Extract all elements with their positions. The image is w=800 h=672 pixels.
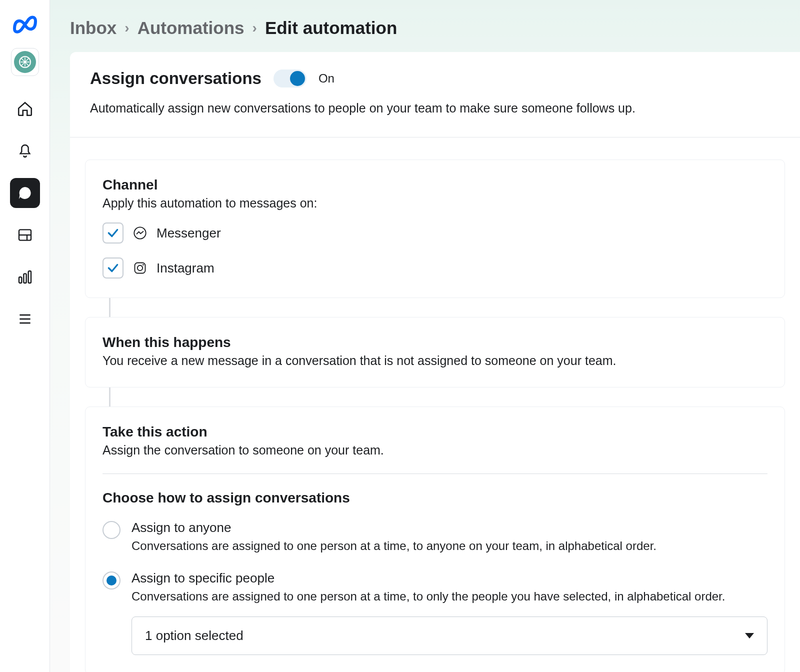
caret-down-icon <box>745 633 754 638</box>
nav-menu[interactable] <box>10 304 40 334</box>
check-icon <box>106 226 120 240</box>
option-title: Assign to specific people <box>132 570 768 586</box>
chevron-right-icon: › <box>124 20 129 36</box>
hamburger-icon <box>17 311 33 327</box>
automation-panel: Assign conversations On Automatically as… <box>70 52 800 672</box>
sidebar <box>0 0 50 672</box>
panel-header: Assign conversations On Automatically as… <box>70 52 800 138</box>
nav-notifications[interactable] <box>10 136 40 166</box>
automation-title: Assign conversations <box>90 69 262 88</box>
channel-card: Channel Apply this automation to message… <box>85 160 785 298</box>
action-card: Take this action Assign the conversation… <box>85 406 785 672</box>
main-content: Inbox › Automations › Edit automation As… <box>50 0 800 672</box>
option-title: Assign to anyone <box>132 520 768 536</box>
trigger-title: When this happens <box>102 334 768 350</box>
breadcrumb-current: Edit automation <box>265 18 397 38</box>
breadcrumb-inbox[interactable]: Inbox <box>70 18 116 38</box>
action-description: Assign the conversation to someone on yo… <box>102 443 768 458</box>
nav-insights[interactable] <box>10 262 40 292</box>
channel-label: Instagram <box>156 260 214 276</box>
divider <box>102 474 768 474</box>
people-select[interactable]: 1 option selected <box>132 616 768 655</box>
svg-rect-4 <box>19 277 22 283</box>
meta-infinity-icon <box>10 14 40 34</box>
option-desc: Conversations are assigned to one person… <box>132 588 768 605</box>
nav-inbox[interactable] <box>10 178 40 208</box>
option-assign-specific: Assign to specific people Conversations … <box>102 570 768 656</box>
org-avatar-icon <box>14 51 36 73</box>
home-icon <box>16 100 34 118</box>
messenger-icon <box>132 226 148 240</box>
choose-title: Choose how to assign conversations <box>102 490 768 506</box>
trigger-card: When this happens You receive a new mess… <box>85 317 785 388</box>
checkbox-messenger[interactable] <box>102 222 124 244</box>
org-selector[interactable] <box>11 48 39 76</box>
automation-description: Automatically assign new conversations t… <box>90 99 780 117</box>
breadcrumb-automations[interactable]: Automations <box>138 18 244 38</box>
nav-posts[interactable] <box>10 220 40 250</box>
toggle-state-label: On <box>318 72 334 86</box>
enable-toggle[interactable] <box>274 70 306 88</box>
svg-point-11 <box>138 266 143 271</box>
select-value: 1 option selected <box>145 628 244 644</box>
flow-connector <box>109 388 110 406</box>
nav-home[interactable] <box>10 94 40 124</box>
layout-icon <box>17 227 33 243</box>
svg-point-12 <box>142 264 144 266</box>
chat-bubble-icon <box>17 185 33 201</box>
form-content: Channel Apply this automation to message… <box>70 138 800 672</box>
option-assign-anyone: Assign to anyone Conversations are assig… <box>102 520 768 554</box>
bell-icon <box>17 143 33 159</box>
svg-rect-6 <box>28 271 30 283</box>
radio-assign-anyone[interactable] <box>102 521 120 539</box>
channel-row-messenger: Messenger <box>102 222 768 244</box>
channel-title: Channel <box>102 177 768 193</box>
breadcrumb: Inbox › Automations › Edit automation <box>70 18 800 38</box>
chevron-right-icon: › <box>252 20 257 36</box>
radio-assign-specific[interactable] <box>102 572 120 590</box>
flow-connector <box>109 298 110 317</box>
bar-chart-icon <box>17 269 33 285</box>
toggle-knob <box>290 71 305 86</box>
check-icon <box>106 262 120 274</box>
trigger-description: You receive a new message in a conversat… <box>102 354 768 368</box>
channel-row-instagram: Instagram <box>102 258 768 278</box>
option-desc: Conversations are assigned to one person… <box>132 538 768 554</box>
svg-rect-5 <box>24 274 26 283</box>
channel-subtitle: Apply this automation to messages on: <box>102 196 768 210</box>
meta-logo <box>10 12 40 36</box>
channel-label: Messenger <box>156 226 221 241</box>
instagram-icon <box>132 260 148 276</box>
checkbox-instagram[interactable] <box>102 258 124 278</box>
radio-dot <box>106 576 116 586</box>
action-title: Take this action <box>102 424 768 440</box>
